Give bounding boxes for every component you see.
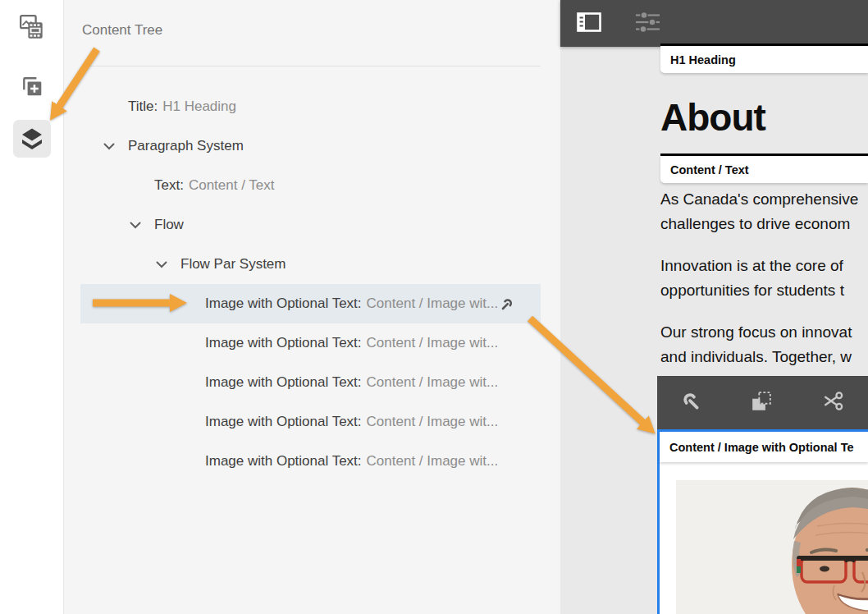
tree-item-value: Content / Image wit... [367, 296, 499, 312]
content-tree-panel: Content Tree Title: H1 Heading Paragraph… [64, 0, 560, 614]
configure-button[interactable] [680, 391, 701, 415]
body-text-line: As Canada's comprehensive [660, 188, 858, 211]
tree-item-value: Content / Text [189, 177, 275, 194]
body-text-line: Our strong focus on innovat [660, 321, 852, 344]
tree-item-image[interactable]: Image with Optional Text: Content / Imag… [64, 442, 560, 481]
layers-icon [20, 126, 44, 151]
tree-item-value: Content / Image wit... [367, 335, 499, 351]
tree-item-image-selected[interactable]: Image with Optional Text: Content / Imag… [64, 284, 560, 323]
chevron-down-icon[interactable] [103, 143, 115, 150]
tree-item-flow[interactable]: Flow [64, 205, 560, 245]
assets-tab[interactable] [13, 8, 51, 46]
tree-item-label: Text: [154, 177, 184, 194]
component-label-text: H1 Heading [670, 53, 736, 66]
component-label-text: Content / Image with Optional Te [669, 441, 853, 454]
tree-item-flow-par-system[interactable]: Flow Par System [64, 245, 560, 284]
tree-item-label: Image with Optional Text: [205, 374, 362, 391]
side-rail [0, 0, 64, 614]
panel-title: Content Tree [82, 22, 162, 39]
tree-item-image[interactable]: Image with Optional Text: Content / Imag… [64, 402, 560, 442]
tree-item-label: Image with Optional Text: [205, 296, 362, 312]
chevron-down-icon[interactable] [130, 222, 141, 229]
wrench-icon [680, 391, 701, 411]
tree-item-title[interactable]: Title: H1 Heading [64, 87, 560, 126]
cut-button[interactable] [822, 391, 845, 415]
portrait-photo [676, 480, 868, 614]
tree-item-label: Image with Optional Text: [205, 335, 362, 351]
components-tab[interactable] [13, 67, 51, 105]
tree-item-label: Flow [154, 217, 184, 233]
asset-icon [20, 15, 44, 39]
tree-item-label: Image with Optional Text: [205, 414, 362, 430]
tree-item-label: Paragraph System [128, 138, 244, 154]
tree-item-label: Flow Par System [180, 256, 286, 273]
component-action-toolbar [657, 376, 868, 429]
components-icon [21, 75, 43, 98]
content-tree-tab[interactable] [13, 120, 51, 158]
toggle-side-panel-button[interactable] [573, 9, 605, 39]
tree-item-label: Image with Optional Text: [205, 453, 362, 470]
tree-item-paragraph-system[interactable]: Paragraph System [64, 126, 560, 166]
component-label-text: Content / Text [670, 163, 749, 176]
tree-item-value: H1 Heading [162, 99, 236, 115]
body-text-line: opportunities for students t [660, 279, 844, 302]
wrench-icon[interactable] [500, 297, 514, 311]
tree-item-value: Content / Image wit... [367, 414, 499, 430]
component-label-h1[interactable]: H1 Heading [660, 46, 868, 73]
preferences-button[interactable] [631, 7, 665, 40]
body-text-line: Innovation is at the core of [660, 254, 843, 277]
layout-icon [751, 391, 772, 412]
tree-item-image[interactable]: Image with Optional Text: Content / Imag… [64, 363, 560, 402]
preferences-icon [634, 11, 661, 34]
chevron-down-icon[interactable] [156, 261, 167, 268]
tree-item-value: Content / Image wit... [367, 374, 499, 391]
scissors-icon [822, 391, 845, 411]
body-text-line: challenges to drive econom [660, 213, 850, 236]
page-heading: About [660, 95, 765, 140]
divider [82, 66, 541, 66]
component-label-image[interactable]: Content / Image with Optional Te [660, 432, 868, 462]
component-label-text-component[interactable]: Content / Text [660, 156, 868, 183]
tree-item-label: Title: [128, 99, 158, 115]
tree-item-text[interactable]: Text: Content / Text [64, 166, 560, 205]
body-text-line: and individuals. Together, w [660, 346, 852, 369]
side-panel-icon [577, 12, 601, 32]
layout-button[interactable] [751, 391, 772, 415]
page-preview-pane: H1 Heading About Content / Text As Canad… [560, 0, 868, 614]
tree-item-image[interactable]: Image with Optional Text: Content / Imag… [64, 323, 560, 363]
tree-item-value: Content / Image wit... [367, 453, 499, 470]
preview-toolbar [560, 0, 868, 47]
